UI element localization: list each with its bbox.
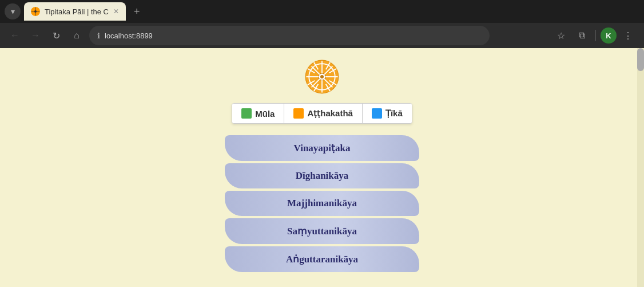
back-btn[interactable]: ←: [7, 27, 23, 44]
tab-tika-label: Ṭīkā: [385, 108, 403, 119]
new-tab-btn[interactable]: +: [129, 3, 145, 20]
home-btn[interactable]: ⌂: [69, 27, 85, 44]
mula-icon: [241, 108, 252, 119]
tab-close-btn[interactable]: ✕: [113, 7, 119, 15]
svg-point-6: [320, 75, 324, 78]
tab-bar: ▾ Tipitaka Pāli | the C ✕ +: [0, 0, 644, 23]
extensions-btn[interactable]: ⧉: [573, 26, 591, 45]
menu-item-vinaya[interactable]: Vinayapiṭaka: [225, 135, 419, 161]
scrollbar-thumb[interactable]: [637, 48, 644, 71]
tab-tika-btn[interactable]: Ṭīkā: [363, 104, 412, 123]
forward-btn[interactable]: →: [27, 27, 43, 44]
tab-title: Tipitaka Pāli | the C: [45, 7, 109, 16]
active-tab[interactable]: Tipitaka Pāli | the C ✕: [24, 2, 126, 21]
tab-buttons: Mūla Aṭṭhakathā Ṭīkā: [232, 103, 412, 124]
url-text: localhost:8899: [105, 32, 153, 40]
browser-actions: ☆ ⧉ K ⋮: [552, 26, 637, 45]
menu-item-majjhima[interactable]: Majjhimanikāya: [225, 191, 419, 216]
menu-item-samyutta[interactable]: Saṃyuttanikāya: [225, 218, 419, 244]
dharma-wheel-icon: [305, 60, 339, 94]
menu-list: Vinayapiṭaka Dīghanikāya Majjhimanikāya …: [225, 135, 419, 272]
page-content: Mūla Aṭṭhakathā Ṭīkā Vinayapiṭaka Dīghan…: [0, 48, 644, 287]
tab-atthakatha-label: Aṭṭhakathā: [307, 108, 353, 119]
tab-nav-back-btn[interactable]: ▾: [5, 3, 21, 19]
tab-atthakatha-btn[interactable]: Aṭṭhakathā: [284, 104, 363, 123]
menu-btn[interactable]: ⋮: [619, 26, 637, 45]
address-bar: ← → ↻ ⌂ ℹ localhost:8899 ☆ ⧉ K ⋮: [0, 23, 644, 48]
scrollbar[interactable]: [637, 48, 644, 287]
url-info-icon: ℹ: [97, 32, 100, 40]
tab-favicon: [31, 7, 40, 16]
url-bar[interactable]: ℹ localhost:8899: [89, 26, 490, 45]
tab-mula-label: Mūla: [255, 109, 275, 119]
atthakatha-icon: [293, 108, 304, 119]
menu-item-anguttara[interactable]: Aṅguttaranikāya: [225, 246, 419, 272]
tika-icon: [372, 108, 382, 119]
tab-mula-btn[interactable]: Mūla: [232, 104, 284, 123]
avatar-btn[interactable]: K: [601, 27, 617, 44]
browser-chrome: ▾ Tipitaka Pāli | the C ✕ + ← → ↻ ⌂ ℹ lo…: [0, 0, 644, 48]
refresh-btn[interactable]: ↻: [48, 27, 64, 44]
menu-item-digha[interactable]: Dīghanikāya: [225, 163, 419, 188]
star-btn[interactable]: ☆: [552, 26, 570, 45]
separator: [595, 30, 596, 41]
